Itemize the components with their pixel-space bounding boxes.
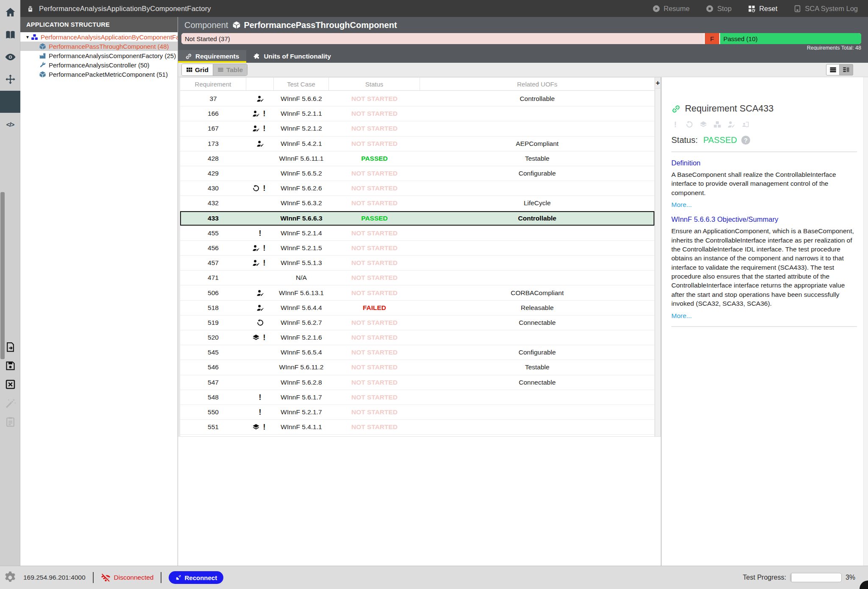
- cell-test-case: N/A: [274, 274, 329, 282]
- table-row[interactable]: 433WInnF 5.6.6.3PASSEDControllable: [180, 211, 654, 226]
- column-header-requirement[interactable]: Requirement: [180, 78, 246, 90]
- table-row[interactable]: 456!WInnF 5.2.1.5NOT STARTED: [180, 241, 654, 256]
- top-actions: ResumeStopResetSCA System Log: [652, 5, 868, 13]
- table-row[interactable]: 518WInnF 5.6.4.4FAILEDReleasable: [180, 301, 654, 315]
- table-row[interactable]: 455!WInnF 5.2.1.4NOT STARTED: [180, 226, 654, 241]
- table-row[interactable]: 166!WInnF 5.2.1.1NOT STARTED: [180, 106, 654, 121]
- save-icon: [5, 360, 16, 371]
- detail-scrollbar[interactable]: [863, 77, 868, 566]
- user-edit-icon[interactable]: [727, 120, 735, 128]
- column-header[interactable]: [246, 78, 274, 90]
- table-row[interactable]: 506WInnF 5.6.13.1NOT STARTEDCORBAComplia…: [180, 285, 654, 300]
- tree-item[interactable]: PerformancePacketMetricComponent (51): [20, 70, 178, 79]
- table-row[interactable]: 547WInnF 5.6.2.8NOT STARTEDConnectable: [180, 375, 654, 390]
- tree-item[interactable]: PerformanceAnalysisController (50): [20, 60, 178, 70]
- sidebar-item-book[interactable]: [0, 24, 20, 46]
- layers-icon[interactable]: [699, 120, 707, 128]
- eye-icon: [5, 51, 16, 63]
- table-row[interactable]: 429WInnF 5.6.5.2NOT STARTEDConfigurable: [180, 166, 654, 181]
- top-bar: PerformanceAnalysisApplicationByComponen…: [20, 0, 868, 17]
- link-icon: [185, 53, 192, 60]
- cell-test-case: WInnF 5.5.1.3: [274, 259, 329, 267]
- scrollbar-thumb[interactable]: [0, 192, 5, 359]
- table-row[interactable]: 173WInnF 5.4.2.1NOT STARTEDAEPCompliant: [180, 137, 654, 151]
- stop-button[interactable]: Stop: [706, 5, 732, 13]
- cell-related-uofs: Testable: [420, 155, 654, 162]
- tab-requirements[interactable]: Requirements: [178, 50, 246, 63]
- table-row[interactable]: 546WInnF 5.6.11.2NOT STARTEDTestable: [180, 360, 654, 375]
- tree-item[interactable]: ▼PerformanceAnalysisApplicationByCompone…: [20, 32, 178, 42]
- cell-status: NOT STARTED: [329, 363, 420, 371]
- more-link[interactable]: More...: [671, 312, 857, 320]
- cell-test-case: WInnF 5.6.1.7: [274, 394, 329, 401]
- user-box-icon[interactable]: [741, 120, 749, 128]
- add-column-button[interactable]: +: [655, 78, 660, 89]
- sidebar-item-code[interactable]: </>: [0, 113, 20, 135]
- cell-test-case: WInnF 5.2.1.4: [274, 229, 329, 237]
- cubes-icon[interactable]: [713, 120, 721, 128]
- grid-view-button[interactable]: Grid: [182, 64, 213, 75]
- requirement-detail-title: Requirement SCA433: [685, 103, 773, 114]
- cell-status: NOT STARTED: [329, 289, 420, 297]
- table-row[interactable]: 520!WInnF 5.2.1.6NOT STARTED: [180, 330, 654, 345]
- sidebar-item-clipboard[interactable]: [0, 412, 20, 431]
- tab-units-of-functionality[interactable]: Units of Functionality: [246, 50, 338, 63]
- table-row[interactable]: 551!WInnF 5.4.1.1NOT STARTED: [180, 420, 654, 435]
- sca-system-log-button[interactable]: SCA System Log: [793, 5, 858, 13]
- cell-requirement: 166: [180, 110, 246, 117]
- table-row[interactable]: 37WInnF 5.6.6.2NOT STARTEDControllable: [180, 92, 654, 106]
- sidebar-item-close-box[interactable]: [0, 375, 20, 394]
- table-row[interactable]: 548!WInnF 5.6.1.7NOT STARTED: [180, 390, 654, 405]
- cell-related-uofs: AEPCompliant: [420, 140, 654, 148]
- cell-test-case: WInnF 5.6.6.3: [274, 215, 329, 222]
- column-header-test-case[interactable]: Test Case: [274, 78, 329, 90]
- cell-flags: !: [246, 229, 274, 237]
- table-row[interactable]: 428WInnF 5.6.11.1PASSEDTestable: [180, 151, 654, 166]
- user-edit-icon: [256, 304, 264, 312]
- split-layout-button[interactable]: [840, 64, 853, 75]
- cell-related-uofs: LifeCycle: [420, 199, 654, 207]
- column-header-related-uofs[interactable]: Related UOFs: [420, 78, 654, 90]
- table-row[interactable]: 471N/ANOT STARTED: [180, 271, 654, 285]
- exclamation-icon: !: [261, 259, 268, 267]
- status-label: Status:: [671, 135, 698, 145]
- grid-scrollbar[interactable]: +: [655, 77, 661, 437]
- table-row[interactable]: 550!WInnF 5.2.1.7NOT STARTED: [180, 405, 654, 420]
- reconnect-button[interactable]: Reconnect: [169, 571, 223, 584]
- more-link[interactable]: More...: [671, 201, 857, 209]
- refresh-icon[interactable]: [685, 120, 693, 128]
- sidebar-item-eye[interactable]: [0, 46, 20, 68]
- code-icon: </>: [6, 121, 14, 128]
- column-header-status[interactable]: Status: [329, 78, 420, 90]
- exclamation-icon[interactable]: !: [671, 120, 679, 128]
- resume-button[interactable]: Resume: [652, 5, 690, 13]
- rows-layout-button[interactable]: [826, 64, 840, 75]
- application-structure-panel: APPLICATION STRUCTURE ▼PerformanceAnalys…: [20, 17, 178, 566]
- cell-requirement: 432: [180, 199, 246, 207]
- table-row[interactable]: 519WInnF 5.6.2.7NOT STARTEDConnectable: [180, 315, 654, 330]
- table-view-button[interactable]: Table: [213, 64, 247, 75]
- cell-status: NOT STARTED: [329, 349, 420, 356]
- cell-test-case: WInnF 5.2.1.5: [274, 244, 329, 252]
- cell-status: NOT STARTED: [329, 110, 420, 117]
- cubes-icon: [31, 33, 38, 41]
- tree-item[interactable]: PerformanceAnalysisComponentFactory (25): [20, 51, 178, 60]
- table-row[interactable]: 545WInnF 5.6.5.4NOT STARTEDConfigurable: [180, 345, 654, 360]
- cell-status: NOT STARTED: [329, 379, 420, 386]
- table-row[interactable]: 457!WInnF 5.5.1.3NOT STARTED: [180, 256, 654, 271]
- wand-icon: [5, 398, 16, 409]
- help-icon[interactable]: ?: [741, 136, 750, 145]
- table-row[interactable]: 167!WInnF 5.2.1.2NOT STARTED: [180, 121, 654, 136]
- sidebar-item-home[interactable]: [0, 1, 20, 23]
- table-row[interactable]: 432WInnF 5.6.3.2NOT STARTEDLifeCycle: [180, 196, 654, 211]
- tree-item[interactable]: PerformancePassThroughComponent (48): [20, 42, 178, 51]
- table-row[interactable]: 430!WInnF 5.6.2.6NOT STARTED: [180, 181, 654, 196]
- cell-requirement: 546: [180, 363, 246, 371]
- sidebar-item-move[interactable]: [0, 68, 20, 90]
- sidebar-item-wand[interactable]: [0, 394, 20, 413]
- reset-button[interactable]: Reset: [748, 5, 777, 13]
- sidebar-item-components[interactable]: [0, 91, 20, 113]
- expander-icon[interactable]: ▼: [25, 35, 30, 39]
- requirements-progress-bar: Not Started (37)FPassed (10): [181, 33, 861, 44]
- gear-icon[interactable]: [3, 570, 17, 585]
